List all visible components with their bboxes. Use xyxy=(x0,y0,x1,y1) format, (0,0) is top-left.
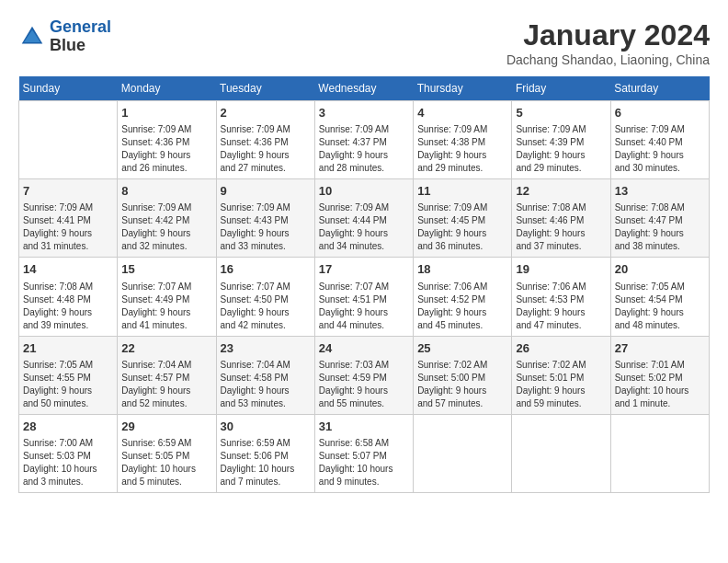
day-number: 18 xyxy=(417,261,507,278)
day-info: Sunrise: 7:02 AM Sunset: 5:01 PM Dayligh… xyxy=(516,359,606,410)
day-number: 12 xyxy=(516,183,606,200)
day-info: Sunrise: 7:08 AM Sunset: 4:46 PM Dayligh… xyxy=(516,201,606,253)
day-info: Sunrise: 7:01 AM Sunset: 5:02 PM Dayligh… xyxy=(615,359,705,410)
calendar-cell: 27Sunrise: 7:01 AM Sunset: 5:02 PM Dayli… xyxy=(610,336,709,414)
day-number: 13 xyxy=(615,183,705,200)
calendar-cell: 11Sunrise: 7:09 AM Sunset: 4:45 PM Dayli… xyxy=(414,179,512,258)
logo: General Blue xyxy=(18,18,111,55)
day-info: Sunrise: 7:09 AM Sunset: 4:43 PM Dayligh… xyxy=(221,201,311,253)
day-info: Sunrise: 7:05 AM Sunset: 4:54 PM Dayligh… xyxy=(615,281,705,332)
day-info: Sunrise: 7:00 AM Sunset: 5:03 PM Dayligh… xyxy=(23,437,113,488)
calendar-cell: 2Sunrise: 7:09 AM Sunset: 4:36 PM Daylig… xyxy=(216,101,314,179)
calendar-cell: 23Sunrise: 7:04 AM Sunset: 4:58 PM Dayli… xyxy=(216,336,314,414)
calendar-cell: 10Sunrise: 7:09 AM Sunset: 4:44 PM Dayli… xyxy=(314,179,413,258)
calendar-cell: 25Sunrise: 7:02 AM Sunset: 5:00 PM Dayli… xyxy=(414,336,512,414)
calendar-cell: 22Sunrise: 7:04 AM Sunset: 4:57 PM Dayli… xyxy=(118,336,216,414)
day-number: 21 xyxy=(23,340,113,357)
day-number: 5 xyxy=(516,105,606,121)
calendar-table: SundayMondayTuesdayWednesdayThursdayFrid… xyxy=(18,76,710,493)
day-info: Sunrise: 7:09 AM Sunset: 4:42 PM Dayligh… xyxy=(121,201,211,253)
day-number: 4 xyxy=(417,105,507,121)
day-info: Sunrise: 7:02 AM Sunset: 5:00 PM Dayligh… xyxy=(417,359,507,410)
day-info: Sunrise: 7:09 AM Sunset: 4:40 PM Dayligh… xyxy=(615,123,705,175)
calendar-cell xyxy=(610,414,709,492)
calendar-cell: 16Sunrise: 7:07 AM Sunset: 4:50 PM Dayli… xyxy=(216,258,314,336)
day-number: 28 xyxy=(23,419,113,435)
calendar-cell xyxy=(512,414,610,492)
day-number: 29 xyxy=(121,419,211,435)
calendar-cell: 13Sunrise: 7:08 AM Sunset: 4:47 PM Dayli… xyxy=(610,179,709,258)
week-row-1: 7Sunrise: 7:09 AM Sunset: 4:41 PM Daylig… xyxy=(19,179,710,258)
day-info: Sunrise: 6:58 AM Sunset: 5:07 PM Dayligh… xyxy=(319,437,409,488)
day-info: Sunrise: 7:07 AM Sunset: 4:50 PM Dayligh… xyxy=(221,281,311,332)
day-info: Sunrise: 7:06 AM Sunset: 4:53 PM Dayligh… xyxy=(516,281,606,332)
day-info: Sunrise: 7:04 AM Sunset: 4:58 PM Dayligh… xyxy=(221,359,311,410)
title-block: January 2024 Dachang Shandao, Liaoning, … xyxy=(506,18,710,67)
day-number: 14 xyxy=(23,261,113,278)
day-info: Sunrise: 7:09 AM Sunset: 4:45 PM Dayligh… xyxy=(417,201,507,253)
day-number: 20 xyxy=(615,261,705,278)
page-header: General Blue January 2024 Dachang Shanda… xyxy=(18,18,710,67)
day-number: 24 xyxy=(319,340,409,357)
calendar-cell: 12Sunrise: 7:08 AM Sunset: 4:46 PM Dayli… xyxy=(512,179,610,258)
day-number: 22 xyxy=(121,340,211,357)
week-row-3: 21Sunrise: 7:05 AM Sunset: 4:55 PM Dayli… xyxy=(19,336,710,414)
calendar-cell: 15Sunrise: 7:07 AM Sunset: 4:49 PM Dayli… xyxy=(118,258,216,336)
day-info: Sunrise: 7:09 AM Sunset: 4:36 PM Dayligh… xyxy=(121,123,211,175)
day-info: Sunrise: 7:07 AM Sunset: 4:51 PM Dayligh… xyxy=(319,281,409,332)
calendar-cell: 31Sunrise: 6:58 AM Sunset: 5:07 PM Dayli… xyxy=(314,414,413,492)
day-number: 11 xyxy=(417,183,507,200)
day-number: 16 xyxy=(221,261,311,278)
weekday-header-thursday: Thursday xyxy=(414,76,512,101)
day-number: 15 xyxy=(121,261,211,278)
day-number: 6 xyxy=(615,105,705,121)
calendar-cell: 4Sunrise: 7:09 AM Sunset: 4:38 PM Daylig… xyxy=(414,101,512,179)
weekday-header-monday: Monday xyxy=(118,76,216,101)
day-info: Sunrise: 6:59 AM Sunset: 5:06 PM Dayligh… xyxy=(221,437,311,488)
calendar-cell: 8Sunrise: 7:09 AM Sunset: 4:42 PM Daylig… xyxy=(118,179,216,258)
day-number: 8 xyxy=(121,183,211,200)
calendar-cell: 3Sunrise: 7:09 AM Sunset: 4:37 PM Daylig… xyxy=(314,101,413,179)
calendar-cell: 17Sunrise: 7:07 AM Sunset: 4:51 PM Dayli… xyxy=(314,258,413,336)
day-info: Sunrise: 7:08 AM Sunset: 4:47 PM Dayligh… xyxy=(615,201,705,253)
day-info: Sunrise: 7:09 AM Sunset: 4:38 PM Dayligh… xyxy=(417,123,507,175)
week-row-4: 28Sunrise: 7:00 AM Sunset: 5:03 PM Dayli… xyxy=(19,414,710,492)
day-info: Sunrise: 7:05 AM Sunset: 4:55 PM Dayligh… xyxy=(23,359,113,410)
day-number: 31 xyxy=(319,419,409,435)
day-info: Sunrise: 7:08 AM Sunset: 4:48 PM Dayligh… xyxy=(23,281,113,332)
week-row-0: 1Sunrise: 7:09 AM Sunset: 4:36 PM Daylig… xyxy=(19,101,710,179)
weekday-header-friday: Friday xyxy=(512,76,610,101)
calendar-cell: 6Sunrise: 7:09 AM Sunset: 4:40 PM Daylig… xyxy=(610,101,709,179)
day-number: 27 xyxy=(615,340,705,357)
calendar-cell: 30Sunrise: 6:59 AM Sunset: 5:06 PM Dayli… xyxy=(216,414,314,492)
day-info: Sunrise: 7:07 AM Sunset: 4:49 PM Dayligh… xyxy=(121,281,211,332)
week-row-2: 14Sunrise: 7:08 AM Sunset: 4:48 PM Dayli… xyxy=(19,258,710,336)
calendar-cell: 21Sunrise: 7:05 AM Sunset: 4:55 PM Dayli… xyxy=(19,336,118,414)
day-number: 9 xyxy=(221,183,311,200)
calendar-cell: 18Sunrise: 7:06 AM Sunset: 4:52 PM Dayli… xyxy=(414,258,512,336)
day-info: Sunrise: 7:03 AM Sunset: 4:59 PM Dayligh… xyxy=(319,359,409,410)
calendar-cell: 9Sunrise: 7:09 AM Sunset: 4:43 PM Daylig… xyxy=(216,179,314,258)
day-info: Sunrise: 7:09 AM Sunset: 4:44 PM Dayligh… xyxy=(319,201,409,253)
day-info: Sunrise: 7:09 AM Sunset: 4:39 PM Dayligh… xyxy=(516,123,606,175)
weekday-header-tuesday: Tuesday xyxy=(216,76,314,101)
calendar-cell: 29Sunrise: 6:59 AM Sunset: 5:05 PM Dayli… xyxy=(118,414,216,492)
calendar-cell xyxy=(414,414,512,492)
calendar-cell: 5Sunrise: 7:09 AM Sunset: 4:39 PM Daylig… xyxy=(512,101,610,179)
weekday-header-saturday: Saturday xyxy=(610,76,709,101)
day-info: Sunrise: 7:06 AM Sunset: 4:52 PM Dayligh… xyxy=(417,281,507,332)
calendar-cell: 24Sunrise: 7:03 AM Sunset: 4:59 PM Dayli… xyxy=(314,336,413,414)
day-number: 30 xyxy=(221,419,311,435)
day-number: 10 xyxy=(319,183,409,200)
day-info: Sunrise: 7:09 AM Sunset: 4:37 PM Dayligh… xyxy=(319,123,409,175)
day-number: 25 xyxy=(417,340,507,357)
weekday-header-sunday: Sunday xyxy=(19,76,118,101)
day-number: 26 xyxy=(516,340,606,357)
month-title: January 2024 xyxy=(506,18,710,52)
day-number: 17 xyxy=(319,261,409,278)
weekday-header-row: SundayMondayTuesdayWednesdayThursdayFrid… xyxy=(19,76,710,101)
day-number: 1 xyxy=(121,105,211,121)
calendar-cell: 7Sunrise: 7:09 AM Sunset: 4:41 PM Daylig… xyxy=(19,179,118,258)
day-number: 7 xyxy=(23,183,113,200)
day-info: Sunrise: 7:04 AM Sunset: 4:57 PM Dayligh… xyxy=(121,359,211,410)
